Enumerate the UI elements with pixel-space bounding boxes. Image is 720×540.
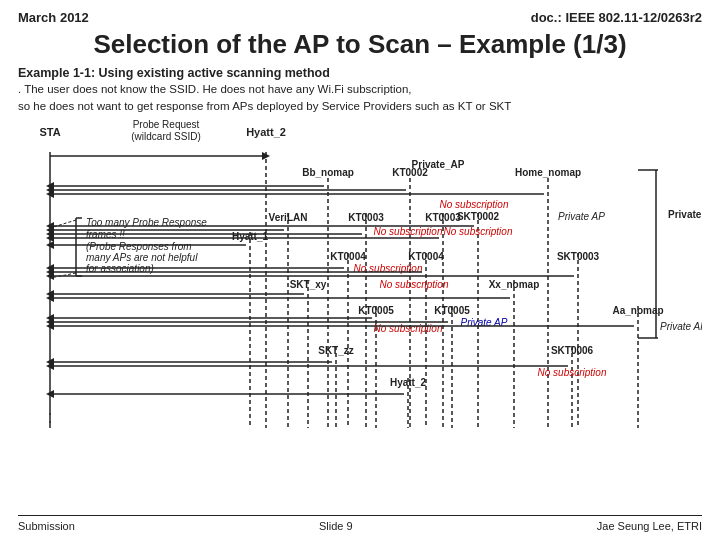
svg-text:SKT0003: SKT0003 [557,251,600,262]
header-row: March 2012 doc.: IEEE 802.11-12/0263r2 [18,10,702,25]
footer-row: Submission Slide 9 Jae Seung Lee, ETRI [18,515,702,532]
svg-text:Too many Probe Response: Too many Probe Response [86,217,207,228]
svg-text:·: · [48,413,52,429]
svg-text:(Probe Responses from: (Probe Responses from [86,241,192,252]
desc-line-2: so he does not want to get response from… [18,98,702,114]
subtitle: Example 1-1: Using existing active scann… [18,66,702,80]
svg-text:SKT_xy: SKT_xy [290,279,327,290]
svg-text:Hyatt_1: Hyatt_1 [232,231,269,242]
header-left: March 2012 [18,10,89,25]
svg-text:STA: STA [39,126,60,138]
svg-text:KT0004: KT0004 [408,251,444,262]
svg-text:SKT_zz: SKT_zz [318,345,354,356]
svg-text:many APs are not helpful: many APs are not helpful [86,252,198,263]
svg-text:KT0005: KT0005 [434,305,470,316]
svg-text:KT0003: KT0003 [348,212,384,223]
svg-text:Hyatt_2: Hyatt_2 [390,377,427,388]
svg-text:Hyatt_2: Hyatt_2 [246,126,286,138]
desc-line-1: . The user does not know the SSID. He do… [18,81,702,97]
main-title: Selection of the AP to Scan – Example (1… [18,29,702,60]
svg-text:frames !!: frames !! [86,229,125,240]
svg-text:No subscription: No subscription [374,226,443,237]
footer-author: Jae Seung Lee, ETRI [597,520,702,532]
svg-text:No subscription: No subscription [440,199,509,210]
svg-text:(wildcard SSID): (wildcard SSID) [131,131,200,142]
svg-text:Bb_nomap: Bb_nomap [302,167,354,178]
footer-slide: Slide 9 [319,520,353,532]
diagram-area: STA Probe Request (wildcard SSID) Hyatt_… [18,118,702,448]
svg-text:Home_nomap: Home_nomap [515,167,581,178]
svg-text:Private AP: Private AP [558,211,605,222]
svg-text:KT0003: KT0003 [425,212,461,223]
svg-text:No subscription: No subscription [444,226,513,237]
svg-text:KT0005: KT0005 [358,305,394,316]
svg-text:Xx_nomap: Xx_nomap [489,279,540,290]
svg-text:Probe Request: Probe Request [133,119,200,130]
svg-text:SKT0006: SKT0006 [551,345,594,356]
svg-text:No subscription: No subscription [380,279,449,290]
diagram-svg: STA Probe Request (wildcard SSID) Hyatt_… [18,118,702,448]
svg-text:SKT0002: SKT0002 [457,211,500,222]
svg-text:KT0002: KT0002 [392,167,428,178]
footer-submission: Submission [18,520,75,532]
svg-text:KT0004: KT0004 [330,251,366,262]
svg-text:for association): for association) [86,263,154,274]
header-right: doc.: IEEE 802.11-12/0263r2 [531,10,702,25]
svg-text:Private AP: Private AP [660,321,702,332]
svg-text:VeriLAN: VeriLAN [269,212,308,223]
svg-text:No subscription: No subscription [538,367,607,378]
svg-text:Private AP: Private AP [668,209,702,220]
svg-text:Aa_nomap: Aa_nomap [612,305,663,316]
svg-text:No subscription: No subscription [374,323,443,334]
page: March 2012 doc.: IEEE 802.11-12/0263r2 S… [0,0,720,540]
